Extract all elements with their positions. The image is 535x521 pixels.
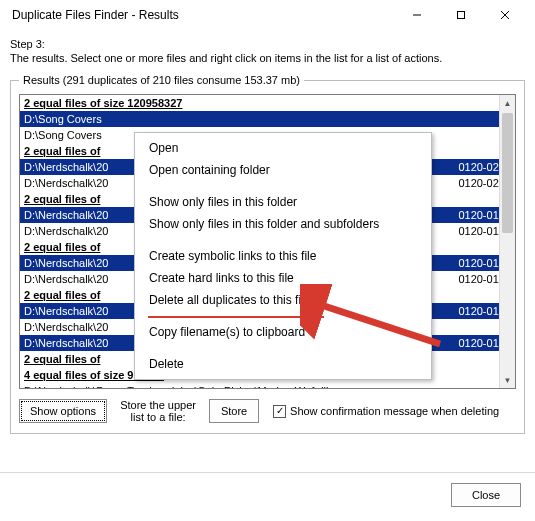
- menu-open[interactable]: Open: [135, 137, 431, 159]
- scrollbar-vertical[interactable]: ▲ ▼: [499, 95, 515, 388]
- menu-delete-duplicates[interactable]: Delete all duplicates to this file: [135, 289, 431, 311]
- menu-open-folder[interactable]: Open containing folder: [135, 159, 431, 181]
- close-button[interactable]: Close: [451, 483, 521, 507]
- titlebar: Duplicate Files Finder - Results: [0, 0, 535, 30]
- menu-show-subfolders[interactable]: Show only files in this folder and subfo…: [135, 213, 431, 235]
- menu-show-folder[interactable]: Show only files in this folder: [135, 191, 431, 213]
- confirm-checkbox[interactable]: ✓: [273, 405, 286, 418]
- annotation-underline: [148, 316, 324, 318]
- menu-symlink[interactable]: Create symbolic links to this file: [135, 245, 431, 267]
- confirm-label: Show confirmation message when deleting: [290, 405, 499, 417]
- group-header: 2 equal files of size 120958327: [20, 95, 515, 111]
- footer-separator: [0, 472, 535, 473]
- window-title: Duplicate Files Finder - Results: [8, 8, 395, 22]
- store-button[interactable]: Store: [209, 399, 259, 423]
- menu-copy-clipboard[interactable]: Copy filename(s) to clipboard: [135, 321, 431, 343]
- minimize-button[interactable]: [395, 0, 439, 30]
- show-options-button[interactable]: Show options: [19, 399, 107, 423]
- scroll-up-button[interactable]: ▲: [500, 95, 515, 111]
- results-legend: Results (291 duplicates of 210 files con…: [19, 74, 304, 86]
- svg-rect-1: [458, 12, 465, 19]
- list-item[interactable]: D:\Nerdschalk\PowerToys\modules\ColorPic…: [20, 383, 515, 388]
- scroll-thumb[interactable]: [502, 113, 513, 233]
- scroll-down-button[interactable]: ▼: [500, 372, 515, 388]
- store-label: Store the upper list to a file:: [113, 399, 203, 423]
- context-menu: Open Open containing folder Show only fi…: [134, 132, 432, 380]
- maximize-button[interactable]: [439, 0, 483, 30]
- close-window-button[interactable]: [483, 0, 527, 30]
- menu-delete[interactable]: Delete: [135, 353, 431, 375]
- menu-hardlink[interactable]: Create hard links to this file: [135, 267, 431, 289]
- step-description: The results. Select one or more files an…: [10, 52, 525, 64]
- list-item[interactable]: D:\Song Covers: [20, 111, 515, 127]
- step-label: Step 3:: [10, 38, 525, 50]
